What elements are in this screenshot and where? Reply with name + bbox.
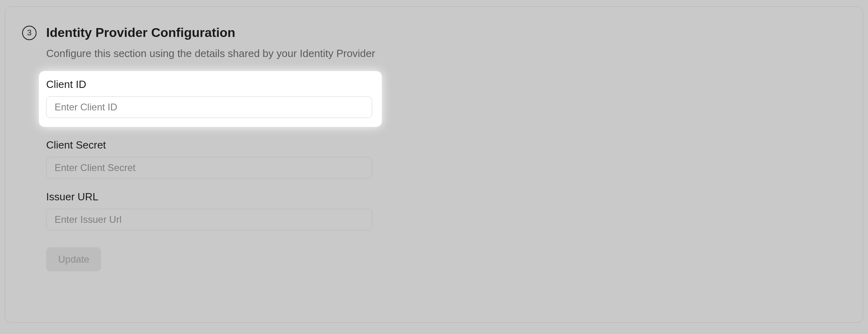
step-number: 3 <box>27 28 31 37</box>
section-title: Identity Provider Configuration <box>46 25 235 40</box>
client-secret-group: Client Secret <box>46 139 375 179</box>
update-button[interactable]: Update <box>46 247 101 271</box>
issuer-url-label: Issuer URL <box>46 191 375 203</box>
issuer-url-input[interactable] <box>46 209 372 230</box>
step-number-badge: 3 <box>22 26 37 40</box>
client-secret-input[interactable] <box>46 157 372 179</box>
section-header: 3 Identity Provider Configuration <box>22 25 846 40</box>
idp-config-card: 3 Identity Provider Configuration Config… <box>5 6 863 323</box>
client-id-group: Client ID <box>39 71 382 127</box>
issuer-url-group: Issuer URL <box>46 191 375 230</box>
client-id-label: Client ID <box>46 78 375 91</box>
section-subtitle: Configure this section using the details… <box>46 47 846 60</box>
client-secret-label: Client Secret <box>46 139 375 151</box>
client-id-input[interactable] <box>46 96 372 118</box>
section-content: Configure this section using the details… <box>46 47 846 271</box>
